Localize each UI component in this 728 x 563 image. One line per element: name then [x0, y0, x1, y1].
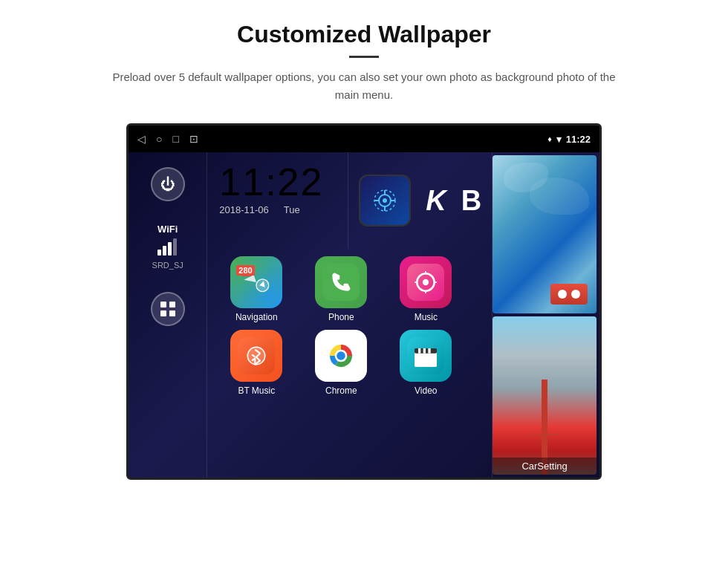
chrome-icon [315, 330, 367, 382]
svg-rect-7 [169, 310, 175, 316]
screen-top-row: 11:22 2018-11-06 Tue [207, 152, 492, 249]
bt-music-label: BT Music [238, 385, 275, 396]
left-sidebar: ⏻ WiFi SRD_SJ [129, 152, 207, 478]
music-icon [400, 256, 452, 308]
wifi-signal-icon [152, 238, 183, 259]
svg-rect-1 [163, 246, 166, 256]
svg-rect-0 [157, 250, 161, 256]
status-time: 11:22 [566, 134, 591, 145]
main-home-content: 11:22 2018-11-06 Tue [207, 152, 492, 478]
recent-icon[interactable]: □ [172, 133, 178, 145]
device-mockup: ◁ ○ □ ⊡ ♦ ▾ 11:22 ⏻ [126, 123, 602, 480]
wallpaper-panel: CarSetting [492, 152, 599, 478]
clock-section: 11:22 2018-11-06 Tue [207, 152, 348, 249]
phone-label: Phone [328, 312, 354, 322]
svg-rect-32 [418, 348, 420, 354]
top-app-icons: K B [348, 152, 492, 249]
video-icon [400, 330, 452, 382]
page-header: Customized Wallpaper Preload over 5 defa… [0, 0, 728, 116]
app-music[interactable]: Music [389, 256, 463, 322]
home-icon[interactable]: ○ [156, 133, 162, 145]
status-bar: ◁ ○ □ ⊡ ♦ ▾ 11:22 [129, 126, 599, 152]
wifi-title: WiFi [152, 224, 183, 235]
svg-point-22 [423, 279, 429, 285]
svg-rect-19 [322, 264, 360, 301]
svg-point-28 [337, 351, 345, 360]
wifi-status-icon: ▾ [556, 134, 562, 145]
apps-section: 280 Navigation [207, 249, 492, 478]
video-label: Video [415, 385, 437, 396]
carsetting-label: CarSetting [493, 458, 597, 475]
chrome-label: Chrome [325, 385, 357, 396]
apps-row-2: BT Music [219, 330, 480, 396]
clock-date: 2018-11-06 Tue [219, 204, 336, 215]
svg-rect-2 [168, 242, 172, 256]
clock-date-value: 2018-11-06 [219, 204, 269, 215]
music-label: Music [415, 312, 438, 322]
back-icon[interactable]: ◁ [137, 133, 146, 145]
svg-rect-34 [429, 348, 431, 354]
clock-time: 11:22 [219, 163, 336, 201]
page-subtitle: Preload over 5 default wallpaper options… [111, 68, 617, 104]
content-area: ◁ ○ □ ⊡ ♦ ▾ 11:22 ⏻ [0, 116, 728, 480]
signal-app-icon[interactable] [359, 175, 411, 227]
app-phone[interactable]: Phone [304, 256, 378, 322]
k-app-icon[interactable]: K [426, 185, 446, 217]
status-nav-icons: ◁ ○ □ ⊡ [137, 133, 198, 145]
app-chrome[interactable]: Chrome [304, 330, 378, 396]
bt-music-icon [230, 330, 282, 382]
navigation-label: Navigation [235, 312, 278, 322]
svg-text:280: 280 [244, 269, 253, 276]
navigation-icon: 280 [230, 256, 282, 308]
svg-rect-6 [160, 310, 166, 316]
svg-rect-33 [423, 348, 426, 354]
svg-rect-5 [169, 302, 175, 307]
apps-row-1: 280 Navigation [219, 256, 480, 322]
wallpaper-ice-thumb[interactable] [493, 155, 597, 313]
wifi-ssid: SRD_SJ [152, 261, 183, 270]
location-icon: ♦ [547, 134, 552, 143]
svg-rect-16 [241, 267, 254, 276]
phone-icon [315, 256, 367, 308]
svg-rect-4 [160, 302, 166, 307]
page-title: Customized Wallpaper [15, 21, 713, 48]
home-screen: ⏻ WiFi SRD_SJ [129, 152, 599, 478]
status-right: ♦ ▾ 11:22 [547, 134, 591, 145]
wifi-widget[interactable]: WiFi SRD_SJ [152, 224, 183, 270]
svg-point-10 [383, 198, 387, 203]
b-app-icon[interactable]: B [461, 185, 481, 217]
page-container: Customized Wallpaper Preload over 5 defa… [0, 0, 728, 480]
wallpaper-bridge-thumb[interactable]: CarSetting [493, 316, 597, 475]
power-button[interactable]: ⏻ [151, 167, 185, 201]
svg-rect-3 [173, 238, 177, 256]
app-video[interactable]: Video [389, 330, 463, 396]
app-navigation[interactable]: 280 Navigation [219, 256, 293, 322]
screenshot-icon[interactable]: ⊡ [189, 133, 198, 145]
clock-day-value: Tue [284, 204, 300, 215]
power-icon: ⏻ [160, 176, 175, 193]
apps-grid-button[interactable] [151, 292, 185, 326]
app-bt-music[interactable]: BT Music [219, 330, 293, 396]
title-divider [349, 56, 379, 58]
